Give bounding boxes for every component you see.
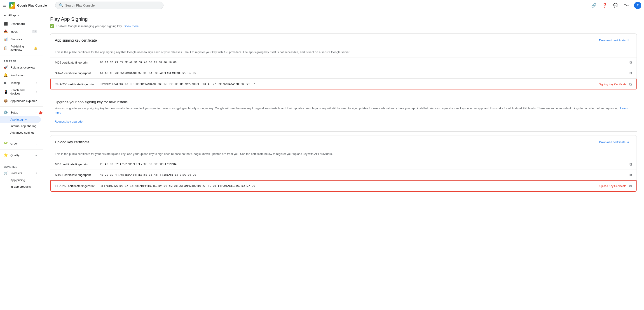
sidebar-label-reach-devices: Reach and devices xyxy=(10,88,34,95)
sidebar-item-publishing-overview[interactable]: 📋 Publishing overview 🔔 xyxy=(0,43,41,53)
download-upload-cert-icon: ⬇ xyxy=(627,140,629,144)
signing-sha256-copy-btn[interactable]: ⧉ xyxy=(629,82,632,86)
upload-sha1-row: SHA-1 certificate fingerprint 4E:29:9D:4… xyxy=(50,170,636,180)
logo-text: Google Play Console xyxy=(17,4,47,7)
signing-sha1-copy-btn[interactable]: ⧉ xyxy=(630,71,632,75)
app-signing-cert-header: App signing key certificate Download cer… xyxy=(50,34,636,47)
sidebar-subitem-app-pricing[interactable]: App pricing xyxy=(0,177,41,183)
app-signing-cert-desc: This is the public certificate for the a… xyxy=(50,47,636,58)
upload-sha1-copy-btn[interactable]: ⧉ xyxy=(630,173,632,177)
sidebar-label-advanced-settings: Advanced settings xyxy=(10,131,34,134)
all-apps-link[interactable]: ← All apps xyxy=(0,11,43,20)
section-divider xyxy=(50,131,637,132)
sidebar-label-in-app-products: In-app products xyxy=(10,185,31,188)
sidebar-item-app-bundle-explorer[interactable]: 📦 App bundle explorer xyxy=(0,97,41,105)
sidebar-subitem-internal-app-sharing[interactable]: Internal app sharing xyxy=(0,123,41,129)
svg-marker-0 xyxy=(11,4,14,7)
sidebar-item-testing[interactable]: ▶ Testing › xyxy=(0,79,41,87)
logo[interactable]: Google Play Console xyxy=(9,2,47,9)
divider-2 xyxy=(0,107,43,107)
topbar: ☰ Google Play Console 🔍 🔗 ❓ 💬 Test T xyxy=(0,0,644,11)
sidebar-item-releases-overview[interactable]: 🚀 Releases overview xyxy=(0,64,41,71)
upgrade-title: Upgrade your app signing key for new ins… xyxy=(55,100,632,104)
testing-icon: ▶ xyxy=(4,81,8,85)
app-bundle-explorer-icon: 📦 xyxy=(4,99,8,103)
sidebar-label-quality: Quality xyxy=(10,154,20,157)
logo-icon xyxy=(9,2,15,9)
sidebar-label-app-pricing: App pricing xyxy=(10,178,25,182)
sidebar-subitem-in-app-products[interactable]: In-app products xyxy=(0,183,41,190)
signing-sha256-row: SHA-256 certificate fingerprint 02:B0:16… xyxy=(50,79,636,90)
download-signing-cert-label: Download certificate xyxy=(599,39,626,42)
sidebar: ← All apps ⬛ Dashboard 📥 Inbox 11 📊 Stat… xyxy=(0,11,43,310)
topbar-right: 🔗 ❓ 💬 Test T xyxy=(590,1,641,10)
sidebar-item-dashboard[interactable]: ⬛ Dashboard xyxy=(0,20,41,28)
sidebar-label-releases-overview: Releases overview xyxy=(10,66,35,69)
sidebar-label-products: Products xyxy=(10,171,22,175)
signing-md5-copy-btn[interactable]: ⧉ xyxy=(630,61,632,65)
link-icon-btn[interactable]: 🔗 xyxy=(590,1,598,10)
statistics-icon: 📊 xyxy=(4,37,8,41)
inbox-icon: 📥 xyxy=(4,29,8,34)
sidebar-item-products[interactable]: 🛒 Products › xyxy=(0,169,41,177)
sidebar-item-grow[interactable]: 🌱 Grow ⌄ xyxy=(0,140,41,147)
sidebar-item-statistics[interactable]: 📊 Statistics xyxy=(0,35,41,43)
menu-icon[interactable]: ☰ xyxy=(3,3,6,8)
upload-md5-copy-btn[interactable]: ⧉ xyxy=(630,162,632,166)
sidebar-item-quality[interactable]: ⭐ Quality ⌄ xyxy=(0,151,41,159)
signing-md5-row: MD5 certificate fingerprint 9B:E4:DD:73:… xyxy=(50,58,636,68)
upload-md5-label: MD5 certificate fingerprint xyxy=(55,163,100,166)
upload-sha1-label: SHA-1 certificate fingerprint xyxy=(55,173,100,177)
main-content: Play App Signing ✅ Enabled Google is man… xyxy=(43,11,644,310)
dashboard-icon: ⬛ xyxy=(4,22,8,26)
sidebar-subitem-advanced-settings[interactable]: Advanced settings xyxy=(0,129,41,136)
help-icon-btn[interactable]: ❓ xyxy=(601,1,609,10)
search-icon: 🔍 xyxy=(59,3,64,8)
upload-sha256-badge: Upload Key Certificate xyxy=(600,184,626,188)
avatar[interactable]: T xyxy=(634,2,641,9)
sidebar-label-internal-app-sharing: Internal app sharing xyxy=(10,124,36,128)
request-key-upgrade-link[interactable]: Request key upgrade xyxy=(55,120,83,123)
test-label: Test xyxy=(622,3,631,8)
notifications-icon: 🔔 xyxy=(34,47,37,50)
enabled-label: Enabled xyxy=(56,25,67,28)
download-signing-cert-btn[interactable]: Download certificate ⬇ xyxy=(596,37,632,44)
products-icon: 🛒 xyxy=(4,171,8,175)
upload-sha256-copy-btn[interactable]: ⧉ xyxy=(629,184,632,188)
signing-sha1-value: 51:A2:4E:7D:55:DD:DA:8F:5B:DF:5A:F0:CA:2… xyxy=(100,72,627,75)
sidebar-label-inbox: Inbox xyxy=(10,30,18,33)
upload-md5-row: MD5 certificate fingerprint 2B:AD:88:02:… xyxy=(50,159,636,170)
sidebar-label-statistics: Statistics xyxy=(10,38,22,41)
reach-expand-icon: › xyxy=(36,90,37,93)
upload-key-cert-desc: This is the public certificate for your … xyxy=(50,149,636,159)
sidebar-label-grow: Grow xyxy=(10,142,18,145)
sidebar-item-production[interactable]: 🔔 Production xyxy=(0,71,41,79)
publishing-overview-icon: 📋 xyxy=(4,46,8,50)
arrow-annotation xyxy=(39,109,43,116)
sidebar-subitem-app-integrity[interactable]: App integrity xyxy=(0,116,41,123)
sidebar-item-reach-devices[interactable]: 📱 Reach and devices › xyxy=(0,87,41,97)
feedback-icon-btn[interactable]: 💬 xyxy=(612,1,620,10)
signing-sha1-row: SHA-1 certificate fingerprint 51:A2:4E:7… xyxy=(50,68,636,79)
sidebar-item-setup[interactable]: ⚙️ Setup ⌄ xyxy=(0,109,41,116)
releases-overview-icon: 🚀 xyxy=(4,65,8,69)
grow-icon: 🌱 xyxy=(4,142,8,146)
sidebar-label-dashboard: Dashboard xyxy=(10,22,25,26)
download-upload-cert-btn[interactable]: Download certificate ⬇ xyxy=(596,139,632,145)
show-more-link[interactable]: Show more xyxy=(124,25,139,28)
upgrade-section: Upgrade your app signing key for new ins… xyxy=(50,96,637,128)
upload-md5-value: 2B:AD:88:02:A7:81:D9:E0:F7:C3:33:6C:60:5… xyxy=(100,163,627,166)
page-subtitle: ✅ Enabled Google is managing your app si… xyxy=(50,24,637,28)
sidebar-item-inbox[interactable]: 📥 Inbox 11 xyxy=(0,28,41,35)
upload-key-cert-card: Upload key certificate Download certific… xyxy=(50,135,637,192)
search-input[interactable] xyxy=(65,4,160,7)
app-signing-cert-title: App signing key certificate xyxy=(55,39,97,43)
signing-sha256-label: SHA-256 certificate fingerprint xyxy=(55,83,100,86)
search-bar[interactable]: 🔍 xyxy=(55,2,164,9)
app-body: ← All apps ⬛ Dashboard 📥 Inbox 11 📊 Stat… xyxy=(0,11,644,310)
monetize-section-label: Monetize xyxy=(0,163,43,169)
download-signing-cert-icon: ⬇ xyxy=(627,39,629,42)
production-icon: 🔔 xyxy=(4,73,8,77)
back-icon: ← xyxy=(4,14,6,17)
testing-expand-icon: › xyxy=(36,81,37,84)
